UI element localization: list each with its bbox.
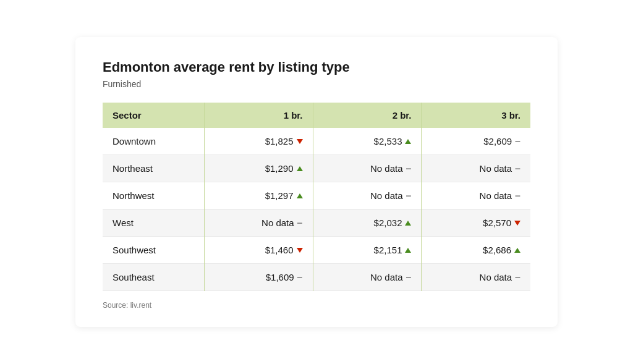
value-cell-br2: $2,032: [313, 210, 422, 237]
arrow-up-icon: [405, 221, 411, 226]
sector-cell: Southeast: [103, 264, 204, 291]
header-3br: 3 br.: [422, 103, 530, 128]
page-title: Edmonton average rent by listing type: [103, 59, 530, 75]
source-label: Source: liv.rent: [103, 301, 530, 310]
value-cell-br3: $2,570: [422, 210, 530, 237]
value-cell-br2: No data–: [313, 155, 422, 182]
dash-icon: –: [297, 273, 303, 282]
dash-icon: –: [297, 218, 303, 228]
cell-value: $1,825: [265, 136, 294, 146]
arrow-up-icon: [297, 193, 303, 198]
value-cell-br1: $1,290: [204, 155, 313, 182]
dash-icon: –: [515, 164, 520, 174]
value-cell-br2: No data–: [313, 182, 422, 210]
table-row: Southwest$1,460$2,151$2,686: [103, 237, 530, 264]
cell-value: $2,032: [374, 218, 402, 228]
arrow-down-icon: [514, 221, 520, 226]
value-cell-br3: $2,609–: [422, 128, 530, 155]
value-cell-br2: $2,533: [313, 128, 422, 155]
table-row: Southeast$1,609–No data–No data–: [103, 264, 530, 291]
rent-table: Sector 1 br. 2 br. 3 br. Downtown$1,825$…: [103, 103, 530, 291]
cell-value: $1,290: [265, 163, 294, 174]
sector-cell: West: [103, 210, 204, 237]
arrow-up-icon: [297, 166, 303, 171]
table-row: WestNo data–$2,032$2,570: [103, 210, 530, 237]
arrow-up-icon: [405, 139, 411, 144]
cell-value: $2,151: [374, 245, 402, 255]
dash-icon: –: [515, 137, 520, 146]
arrow-down-icon: [297, 248, 303, 253]
dash-icon: –: [406, 191, 412, 201]
cell-value: No data: [261, 218, 294, 228]
cell-value: No data: [370, 272, 403, 282]
value-cell-br3: No data–: [422, 182, 530, 210]
value-cell-br1: No data–: [204, 210, 313, 237]
cell-value: No data: [480, 190, 512, 201]
dash-icon: –: [406, 164, 412, 174]
value-cell-br3: No data–: [422, 264, 530, 291]
header-1br: 1 br.: [204, 103, 313, 128]
arrow-up-icon: [514, 248, 520, 253]
dash-icon: –: [515, 273, 520, 282]
value-cell-br1: $1,609–: [204, 264, 313, 291]
value-cell-br3: No data–: [422, 155, 530, 182]
dash-icon: –: [515, 191, 520, 201]
subtitle: Furnished: [103, 79, 530, 89]
cell-value: No data: [370, 190, 403, 201]
cell-value: No data: [480, 163, 512, 174]
cell-value: $2,570: [483, 218, 511, 228]
sector-cell: Southwest: [103, 237, 204, 264]
value-cell-br1: $1,460: [204, 237, 313, 264]
dash-icon: –: [406, 273, 412, 282]
arrow-down-icon: [297, 139, 303, 144]
value-cell-br1: $1,297: [204, 182, 313, 210]
cell-value: No data: [480, 272, 512, 282]
cell-value: $2,686: [483, 245, 511, 255]
cell-value: $2,533: [374, 136, 402, 146]
table-row: Downtown$1,825$2,533$2,609–: [103, 128, 530, 155]
sector-cell: Northeast: [103, 155, 204, 182]
sector-cell: Downtown: [103, 128, 204, 155]
cell-value: $1,609: [266, 272, 294, 282]
cell-value: No data: [370, 163, 403, 174]
card: Edmonton average rent by listing type Fu…: [75, 37, 558, 327]
header-sector: Sector: [103, 103, 204, 128]
table-row: Northeast$1,290No data–No data–: [103, 155, 530, 182]
table-row: Northwest$1,297No data–No data–: [103, 182, 530, 210]
table-header-row: Sector 1 br. 2 br. 3 br.: [103, 103, 530, 128]
header-2br: 2 br.: [313, 103, 422, 128]
value-cell-br3: $2,686: [422, 237, 530, 264]
value-cell-br2: No data–: [313, 264, 422, 291]
cell-value: $1,297: [265, 190, 294, 201]
value-cell-br1: $1,825: [204, 128, 313, 155]
arrow-up-icon: [405, 248, 411, 253]
sector-cell: Northwest: [103, 182, 204, 210]
value-cell-br2: $2,151: [313, 237, 422, 264]
cell-value: $2,609: [483, 136, 512, 146]
cell-value: $1,460: [265, 245, 294, 255]
